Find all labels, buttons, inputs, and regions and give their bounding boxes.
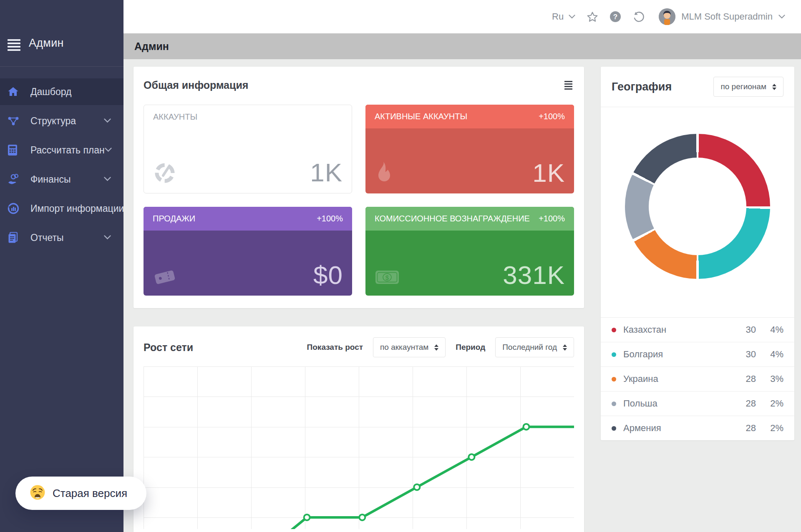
tile-active-accounts[interactable]: АКТИВНЫЕ АККАУНТЫ +100% 1K — [365, 105, 574, 193]
chevron-down-icon — [104, 176, 111, 183]
chevron-down-icon — [104, 117, 111, 125]
legend-dot — [612, 352, 616, 357]
geography-filter-value: по регионам — [720, 82, 766, 91]
legend-row[interactable]: Польша 28 2% — [601, 391, 794, 416]
sidebar-item-label: Структура — [30, 115, 104, 127]
legend-label: Армения — [623, 423, 734, 434]
menu-toggle-icon[interactable] — [8, 37, 20, 51]
legend-value: 30 — [734, 349, 756, 360]
svg-text:?: ? — [613, 13, 617, 21]
chevron-down-icon — [569, 15, 575, 19]
legend-value: 28 — [734, 398, 756, 409]
undo-icon[interactable] — [632, 11, 644, 23]
topbar: Ru ? MLM Soft Superadmin — [123, 0, 801, 33]
legend-value: 30 — [734, 324, 756, 335]
sidebar-item-label: Рассчитать план — [30, 145, 105, 156]
content: Общая информация АККАУНТЫ — [123, 59, 801, 532]
tile-value: $0 — [313, 262, 343, 288]
ticket-icon — [153, 266, 177, 288]
legend-row[interactable]: Армения 28 2% — [601, 416, 794, 440]
main-area: Ru ? MLM Soft Superadmin — [123, 0, 801, 532]
weary-face-icon — [30, 484, 45, 502]
tile-badge: +100% — [539, 214, 565, 223]
sidebar-item-label: Финансы — [30, 174, 104, 185]
geography-filter-select[interactable]: по регионам — [713, 77, 783, 97]
tile-accounts[interactable]: АККАУНТЫ 1K — [144, 105, 352, 193]
sidebar-item-label: Дашборд — [30, 86, 111, 98]
sidebar-item-structure[interactable]: Структура — [0, 108, 123, 134]
help-icon[interactable]: ? — [610, 11, 621, 23]
geography-donut-chart — [625, 134, 770, 279]
page-header: Админ — [123, 33, 801, 59]
page-title: Админ — [134, 40, 169, 53]
tile-badge: +100% — [317, 214, 343, 223]
stat-tiles: АККАУНТЫ 1K — [144, 105, 574, 296]
growth-period-select[interactable]: Последний год — [495, 337, 574, 357]
legend-row[interactable]: Украина 28 3% — [601, 366, 794, 391]
legend-row[interactable]: Казахстан 30 4% — [601, 317, 794, 342]
card-menu-icon[interactable] — [563, 79, 574, 91]
tile-label: АККАУНТЫ — [153, 112, 197, 122]
growth-period-label: Период — [456, 343, 485, 352]
star-icon[interactable] — [587, 11, 598, 23]
legend-dot — [612, 377, 616, 381]
donut-hole — [649, 158, 746, 255]
growth-metric-value: по аккаунтам — [380, 343, 428, 352]
sidebar-item-reports[interactable]: Отчеты — [0, 224, 123, 251]
tile-value: 1K — [532, 160, 565, 186]
growth-card: Рост сети Показать рост по аккаунтам Пер… — [134, 326, 584, 532]
legend-label: Польша — [623, 398, 734, 409]
chevron-down-icon — [105, 146, 112, 154]
growth-title: Рост сети — [144, 341, 297, 354]
legend-percent: 4% — [756, 324, 783, 335]
legend-percent: 4% — [756, 349, 783, 360]
sidebar-item-import[interactable]: Импорт информации — [0, 195, 123, 222]
tile-commission[interactable]: КОМИССИОННОЕ ВОЗНАГРАЖДЕНИЕ +100% $ — [365, 207, 574, 296]
legend-dot — [612, 328, 616, 332]
tile-label: ПРОДАЖИ — [153, 214, 195, 223]
user-menu[interactable]: MLM Soft Superadmin — [659, 8, 785, 25]
sort-arrows-icon — [772, 84, 776, 90]
growth-metric-select[interactable]: по аккаунтам — [373, 337, 446, 357]
legend-dot — [612, 426, 616, 431]
svg-text:$: $ — [385, 274, 389, 281]
sidebar-item-finance[interactable]: Финансы — [0, 166, 123, 193]
chevron-down-icon — [104, 234, 111, 241]
growth-line-chart — [144, 366, 574, 531]
legend-value: 28 — [734, 374, 756, 384]
legend-percent: 2% — [756, 423, 783, 434]
structure-icon — [8, 115, 24, 127]
chevron-down-icon — [778, 15, 785, 19]
legend-row[interactable]: Болгария 30 4% — [601, 342, 794, 366]
avatar — [659, 8, 675, 25]
legend-label: Казахстан — [623, 324, 734, 335]
old-version-button[interactable]: Старая версия — [15, 477, 146, 510]
tile-label: АКТИВНЫЕ АККАУНТЫ — [375, 112, 467, 121]
sidebar-item-calc-plan[interactable]: Рассчитать план — [0, 137, 123, 163]
sidebar-item-label: Отчеты — [30, 232, 104, 243]
sidebar: Админ Дашборд Структура — [0, 0, 123, 532]
tile-label: КОМИССИОННОЕ ВОЗНАГРАЖДЕНИЕ — [375, 214, 530, 223]
sidebar-brand: Админ — [29, 37, 64, 50]
language-selector[interactable]: Ru — [552, 11, 575, 22]
sidebar-item-dashboard[interactable]: Дашборд — [0, 78, 123, 105]
legend-value: 28 — [734, 423, 756, 434]
overview-card: Общая информация АККАУНТЫ — [134, 67, 584, 308]
language-label: Ru — [552, 11, 564, 22]
home-icon — [8, 86, 24, 97]
import-icon — [8, 203, 24, 214]
sidebar-header: Админ — [0, 0, 123, 67]
calculator-icon — [8, 144, 24, 156]
geography-card: География по регионам Казахстан 30 — [601, 67, 794, 440]
legend-label: Украина — [623, 374, 734, 384]
reports-icon — [8, 232, 24, 243]
sort-arrows-icon — [563, 344, 567, 351]
legend-dot — [612, 402, 616, 406]
banknote-icon: $ — [375, 268, 400, 288]
tile-value: 331K — [503, 262, 565, 288]
sidebar-item-label: Импорт информации — [30, 203, 124, 214]
tile-sales[interactable]: ПРОДАЖИ +100% — [144, 207, 352, 296]
sort-arrows-icon — [434, 344, 438, 351]
tile-badge: +100% — [539, 112, 565, 121]
growth-show-label: Показать рост — [307, 343, 363, 352]
